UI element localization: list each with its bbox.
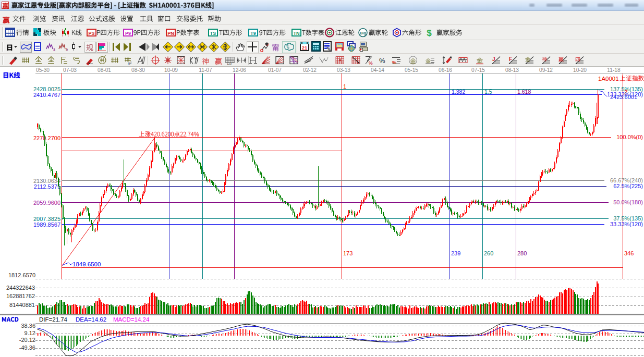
svg-text:123: 123 xyxy=(227,62,232,65)
svg-text:21: 21 xyxy=(302,45,308,51)
svg-text:1: 1 xyxy=(343,83,346,90)
svg-text:9.12: 9.12 xyxy=(25,330,35,336)
svg-text:1812.6570: 1812.6570 xyxy=(8,272,35,278)
svg-text:11-07: 11-07 xyxy=(199,67,212,73)
svg-text:n²: n² xyxy=(128,61,131,66)
svg-text:MACD=14.24: MACD=14.24 xyxy=(113,316,150,323)
svg-text:01-07: 01-07 xyxy=(268,67,282,73)
svg-text:50.0%(180): 50.0%(180) xyxy=(613,199,643,205)
svg-text:173: 173 xyxy=(343,250,353,256)
svg-text:81440881: 81440881 xyxy=(9,302,35,308)
svg-text:1849.6500: 1849.6500 xyxy=(72,261,101,267)
svg-text:%: % xyxy=(379,57,385,65)
svg-text:346: 346 xyxy=(624,250,634,256)
svg-text:TN: TN xyxy=(294,31,300,36)
svg-text:1.618: 1.618 xyxy=(517,89,531,95)
svg-text:05-15: 05-15 xyxy=(405,67,418,73)
svg-text:F: F xyxy=(509,56,512,62)
svg-text:1.5: 1.5 xyxy=(484,89,492,95)
svg-text:3: 3 xyxy=(53,48,55,52)
svg-text:1.382: 1.382 xyxy=(452,89,465,95)
svg-text:239: 239 xyxy=(451,250,460,256)
svg-text:09-12: 09-12 xyxy=(539,67,553,73)
svg-text:03-13: 03-13 xyxy=(337,67,350,73)
svg-text:38.36: 38.36 xyxy=(21,323,35,329)
svg-text:100.0%(0): 100.0%(0) xyxy=(616,134,643,140)
svg-text:-20.12: -20.12 xyxy=(19,337,35,343)
svg-text:T9: T9 xyxy=(250,31,256,36)
svg-text:02-12: 02-12 xyxy=(303,67,317,73)
svg-text:280: 280 xyxy=(517,250,527,256)
svg-text:J: J xyxy=(492,56,495,62)
svg-text:11-18: 11-18 xyxy=(607,67,621,73)
svg-text:PS: PS xyxy=(88,31,94,36)
svg-text:Big: Big xyxy=(360,31,367,35)
svg-text:07-15: 07-15 xyxy=(471,67,485,73)
svg-text:2: 2 xyxy=(624,89,627,95)
svg-text:244322643: 244322643 xyxy=(6,285,35,291)
svg-text:$: $ xyxy=(427,28,432,38)
svg-text:33.33%(120): 33.33%(120) xyxy=(610,221,643,227)
svg-text:07-03: 07-03 xyxy=(63,67,77,73)
svg-text:05-30: 05-30 xyxy=(36,67,50,73)
svg-text:08-01: 08-01 xyxy=(98,67,111,73)
svg-text:2423.6001: 2423.6001 xyxy=(610,94,637,100)
svg-text:9: 9 xyxy=(66,48,68,52)
svg-text:TS: TS xyxy=(210,31,216,36)
svg-text:2270.2700: 2270.2700 xyxy=(33,135,60,141)
svg-text:08-30: 08-30 xyxy=(131,67,145,73)
svg-text:DIF=21.74: DIF=21.74 xyxy=(39,316,68,323)
svg-text:62.5%(225): 62.5%(225) xyxy=(613,183,643,189)
svg-text:06-16: 06-16 xyxy=(439,67,452,73)
svg-text:10-09: 10-09 xyxy=(164,67,178,73)
svg-text:1989.8567: 1989.8567 xyxy=(33,221,60,228)
svg-text:P9: P9 xyxy=(125,31,131,36)
svg-text:%: % xyxy=(369,60,373,66)
svg-text:260: 260 xyxy=(484,250,493,256)
svg-text:PN: PN xyxy=(167,31,174,36)
svg-text:2112.5375: 2112.5375 xyxy=(34,183,60,190)
svg-text:DEA=14.62: DEA=14.62 xyxy=(76,316,106,323)
svg-text:2410.4767: 2410.4767 xyxy=(33,92,60,98)
svg-text:-49.36: -49.36 xyxy=(19,344,35,351)
svg-text:04-14: 04-14 xyxy=(371,67,384,73)
svg-text:162881762: 162881762 xyxy=(6,293,35,299)
svg-text:1A0001: 1A0001 xyxy=(598,76,619,82)
svg-text:12-06: 12-06 xyxy=(233,67,246,73)
svg-text:2059.9600: 2059.9600 xyxy=(33,200,60,206)
svg-text:08-13: 08-13 xyxy=(505,67,519,73)
svg-text:10-20: 10-20 xyxy=(573,67,587,73)
